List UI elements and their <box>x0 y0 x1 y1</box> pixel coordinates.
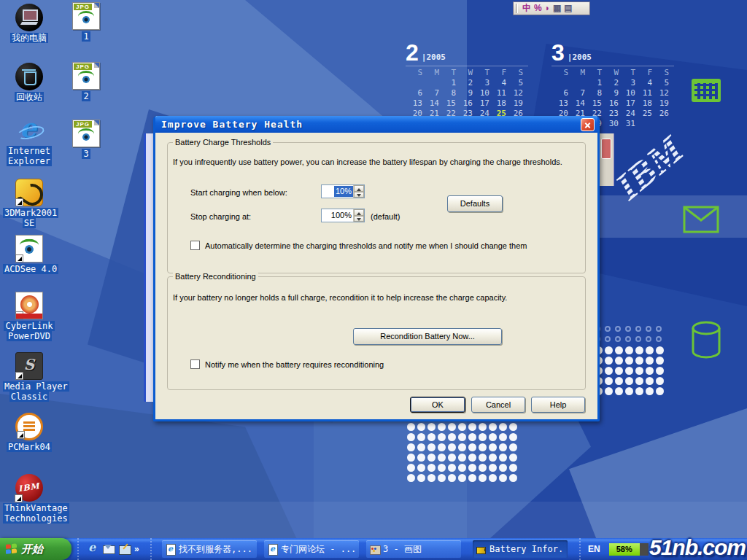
quicklaunch-overflow-chevron[interactable]: » <box>134 544 139 554</box>
background-window-edge-left <box>144 133 153 402</box>
calendar-day: 1 <box>585 78 602 88</box>
ie-icon <box>15 117 43 144</box>
calendar-day: 9 <box>456 88 473 98</box>
desktop-icon-acdsee[interactable]: ACDSee 4.0 <box>3 235 55 274</box>
paint-icon <box>369 544 380 555</box>
show-desktop-icon[interactable] <box>118 542 131 556</box>
taskbar-task-2[interactable]: 专门网论坛 - ... <box>264 540 359 558</box>
task-label: 找不到服务器,... <box>179 543 252 556</box>
desktop-icon-label: 我的电脑 <box>3 33 55 43</box>
pcmark-icon <box>15 413 43 440</box>
desktop-icon-label: CyberLinkPowerDVD <box>3 321 55 341</box>
dialog-title: Improve Battery Health <box>161 119 581 130</box>
jpg-file-icon: JPG <box>72 120 100 147</box>
calendar-day: 10 <box>619 88 635 98</box>
auto-determine-checkbox[interactable] <box>190 241 200 250</box>
desktop-icon-pcmark[interactable]: PCMark04 <box>3 413 55 452</box>
calendar-day: 13 <box>406 98 422 109</box>
help-button[interactable]: Help <box>531 397 585 413</box>
thinkvantage-icon: IBM <box>15 474 43 502</box>
spin-down-icon[interactable] <box>354 216 364 222</box>
default-note: (default) <box>371 212 400 221</box>
desktop-icon-label: Media PlayerClassic <box>3 381 55 402</box>
ime-menu-icon[interactable]: ▤ <box>564 2 572 15</box>
recondition-battery-button[interactable]: Recondition Battery Now... <box>353 328 502 345</box>
desktop-icon-ie[interactable]: InternetExplorer <box>3 117 55 166</box>
desktop-icon-mpc[interactable]: SMedia PlayerClassic <box>3 352 55 402</box>
notify-reconditioning-checkbox[interactable] <box>190 359 200 369</box>
calendar-day: 7 <box>422 88 439 98</box>
acdsee-icon <box>15 235 43 262</box>
stop-charging-value[interactable]: 100% <box>322 209 353 222</box>
calendar-day: 16 <box>602 98 619 109</box>
desktop-icon-jpg-2[interactable]: JPG2 <box>60 62 112 101</box>
dialog-title-bar[interactable]: Improve Battery Health <box>155 116 597 133</box>
desktop-icon-thinkvantage[interactable]: IBMThinkVantageTechnologies <box>3 474 55 524</box>
desktop-icon-3dmark[interactable]: 3DMark2001SE <box>3 179 55 228</box>
calendar-day: 30 <box>602 119 619 129</box>
start-button-label: 开始 <box>21 542 43 556</box>
desktop-icon-jpg-3[interactable]: JPG3 <box>60 120 112 159</box>
start-charging-spinner[interactable]: 10% <box>321 184 365 198</box>
calendar-day: 2 <box>602 78 619 88</box>
3dmark-icon <box>15 179 43 206</box>
width-mode-icon[interactable]: % <box>534 2 542 15</box>
calendar-day: 8 <box>585 88 602 98</box>
calendar-day: 15 <box>585 98 602 109</box>
calendar-day: 17 <box>619 98 635 109</box>
punctuation-icon[interactable]: ◗ <box>545 2 550 15</box>
desktop-icon-jpg-1[interactable]: JPG1 <box>60 2 112 42</box>
calendar-day: 11 <box>489 88 506 98</box>
taskbar: 开始 » 找不到服务器,...专门网论坛 - ...3 - 画图Battery … <box>0 538 747 560</box>
shortcut-arrow-icon <box>15 494 23 502</box>
battery-meter[interactable]: 58% <box>609 543 649 556</box>
auto-determine-checkbox-row[interactable]: Automatically determine the charging thr… <box>190 241 570 250</box>
notify-reconditioning-checkbox-label: Notify me when the battery requires reco… <box>205 360 384 369</box>
desktop-icon-label: 回收站 <box>3 92 55 102</box>
calendar-day: 16 <box>456 98 473 109</box>
taskbar-task-3[interactable]: 3 - 画图 <box>366 540 461 558</box>
calendar-day <box>406 78 422 88</box>
calendar-day: 12 <box>506 88 523 98</box>
desktop-icon-recycle-bin[interactable]: 回收站 <box>3 63 55 102</box>
windows-logo-icon <box>6 543 18 556</box>
language-indicator[interactable]: EN <box>588 544 600 554</box>
desktop-icon-my-computer[interactable]: 我的电脑 <box>3 4 55 43</box>
task-label: Battery Infor... <box>489 544 565 554</box>
soft-keyboard-icon[interactable]: ▦ <box>553 2 561 15</box>
defaults-button[interactable]: Defaults <box>447 195 503 212</box>
shortcut-arrow-icon <box>17 431 25 439</box>
close-icon[interactable] <box>581 118 595 131</box>
stop-charging-spinner[interactable]: 100% <box>321 209 365 222</box>
desktop-icon-label: ACDSee 4.0 <box>3 264 55 274</box>
chinese-input-icon[interactable]: 中 <box>522 2 531 15</box>
calendar-day: 12 <box>652 88 669 98</box>
start-charging-value[interactable]: 10% <box>334 186 353 197</box>
taskbar-task-1[interactable]: 找不到服务器,... <box>162 540 257 558</box>
spin-up-icon[interactable] <box>354 209 364 216</box>
stop-charging-label: Stop charging at: <box>190 212 251 221</box>
start-button[interactable]: 开始 <box>0 538 71 560</box>
tray-status-icon[interactable] <box>654 546 661 553</box>
cancel-button[interactable]: Cancel <box>471 397 525 413</box>
ime-language-bar[interactable]: 中%◗▦▤ <box>513 1 590 15</box>
ok-button[interactable]: OK <box>410 397 465 413</box>
calendar-day: 1 <box>439 78 456 88</box>
quick-launch: » <box>77 538 152 560</box>
quicklaunch-ie-icon[interactable] <box>86 542 99 556</box>
notify-reconditioning-checkbox-row[interactable]: Notify me when the battery requires reco… <box>190 359 482 369</box>
calendar-day <box>652 119 669 129</box>
taskbar-task-4[interactable]: Battery Infor... <box>473 540 568 558</box>
spin-up-icon[interactable] <box>354 185 364 192</box>
shortcut-arrow-icon <box>15 372 23 380</box>
desktop-icon-powerdvd[interactable]: CyberLinkPowerDVD <box>3 292 55 341</box>
ie-page-icon <box>267 544 278 555</box>
calendar-day: 5 <box>652 78 669 88</box>
spin-down-icon[interactable] <box>354 192 364 198</box>
calendar-day <box>635 119 652 129</box>
my-computer-icon <box>15 4 43 31</box>
quicklaunch-mail-icon[interactable] <box>102 542 115 556</box>
improve-battery-health-dialog: Improve Battery Health Battery Charge Th… <box>153 116 600 421</box>
powerdvd-icon <box>15 292 43 319</box>
ime-grip[interactable] <box>516 4 518 13</box>
